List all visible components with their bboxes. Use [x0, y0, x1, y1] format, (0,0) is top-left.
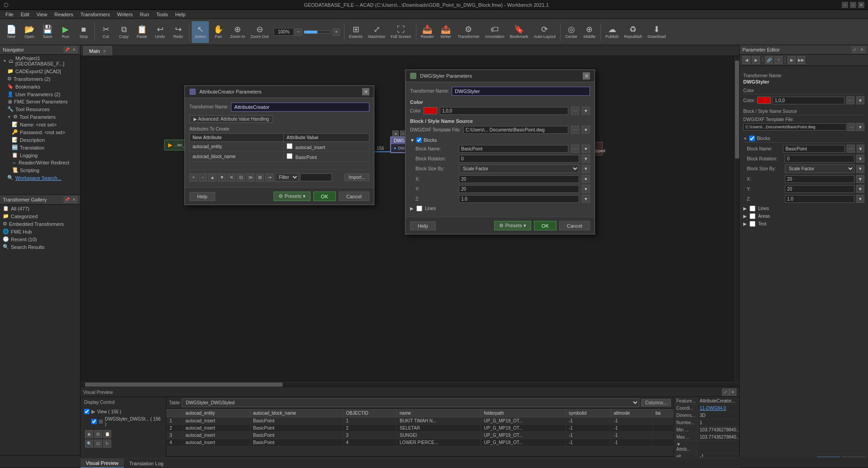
attr-btn7[interactable]: ⊠ [256, 173, 264, 182]
gallery-tree[interactable]: 📋 All (477) 📁 Categorized ⚙ Embedded Tra… [0, 205, 80, 455]
bottom-tab-visual-preview[interactable]: Visual Preview [80, 459, 124, 468]
nav-item-transformers[interactable]: ⚙ Transformers (2) [0, 75, 80, 83]
pe-btn3[interactable]: ▶▶ [797, 56, 805, 64]
pe-color-btn2[interactable]: ▼ [856, 96, 864, 104]
display-control-view[interactable]: ▶ View ( 156 ) [82, 407, 164, 416]
gallery-item-categorized[interactable]: 📁 Categorized [0, 212, 80, 220]
attr-filter-input[interactable] [300, 173, 332, 181]
dwg-color-swatch[interactable] [424, 107, 437, 114]
dwg-help-button[interactable]: Help [410, 221, 436, 230]
pe-btn2[interactable]: ▶ [788, 56, 796, 64]
zoom-minus-button[interactable]: − [295, 28, 302, 36]
pe-lines-section[interactable]: ▶ Lines [743, 205, 864, 212]
attr-ok-button[interactable]: OK [313, 192, 336, 201]
new-button[interactable]: 📄 New [3, 21, 20, 43]
pe-y-btn[interactable]: ▼ [856, 185, 864, 193]
dwg-color-btn1[interactable]: ⋯ [571, 107, 579, 115]
nav-item-project[interactable]: ▼ 🗂 MyProject1 [GEODATABASE_F...] [0, 55, 80, 67]
dwg-template-btn1[interactable]: ⋯ [571, 126, 579, 134]
table-select[interactable]: DWGStyler_DWGStyled [182, 398, 639, 407]
dwg-block-rotation-input[interactable] [459, 155, 579, 163]
annotation-button[interactable]: 🏷 Annotation [483, 21, 507, 43]
dwg-x-btn[interactable]: ▼ [582, 175, 590, 183]
pe-size-btn[interactable]: ▼ [856, 165, 864, 173]
menu-writers[interactable]: Writers [113, 11, 137, 18]
gallery-item-search-results[interactable]: 🔍 Search Results [0, 243, 80, 251]
redo-button[interactable]: ↪ Redo [170, 21, 187, 43]
pe-template-btn1[interactable]: ⋯ [847, 123, 855, 131]
maximize-button[interactable]: □ [850, 2, 856, 8]
dwg-block-name-btn2[interactable]: ▼ [582, 145, 590, 153]
navigator-tree[interactable]: ▼ 🗂 MyProject1 [GEODATABASE_F...] 📁 CADE… [0, 55, 80, 194]
attr-down-button[interactable]: ▼ [218, 173, 226, 182]
copy-button[interactable]: ⧉ Copy [115, 21, 132, 43]
pe-forward-button[interactable]: ▶ [752, 56, 760, 64]
navigator-close-button[interactable]: ✕ [71, 47, 77, 53]
table-row[interactable]: 3 autocad_insert BasicPoint 3 SUNGEI UP_… [167, 432, 674, 439]
gallery-item-hub[interactable]: 🌐 FME Hub [0, 228, 80, 235]
nav-item-user-params[interactable]: 👤 User Parameters (2) [0, 90, 80, 98]
dwg-template-input[interactable] [463, 126, 568, 134]
pe-blocks-section[interactable]: ▼ Blocks [743, 134, 864, 143]
nav-item-name[interactable]: 📝 Name: <not set> [0, 121, 80, 128]
attr-checkbox-1[interactable] [287, 143, 292, 149]
nav-item-logging[interactable]: 📋 Logging [0, 151, 80, 159]
dc-btn3[interactable]: 📋 [103, 430, 111, 438]
pe-lines-expand[interactable]: ▶ [743, 206, 747, 211]
fullscreen-button[interactable]: ⛶ Full Screen [388, 21, 414, 43]
nav-item-translation[interactable]: 🔤 Translation [0, 144, 80, 151]
undo-button[interactable]: ↩ Undo [151, 21, 169, 43]
pe-size-select[interactable]: Scale Factor [785, 164, 854, 173]
table-row[interactable]: 2 autocad_insert BasicPoint 2 SELETAR UP… [167, 425, 674, 432]
attr-filter-select[interactable]: Filter [275, 173, 299, 182]
attr-checkbox-2[interactable] [287, 153, 292, 159]
cut-button[interactable]: ✂ Cut [97, 21, 114, 43]
pe-x-btn[interactable]: ▼ [856, 175, 864, 183]
param-editor-close[interactable]: ✕ [859, 47, 865, 53]
gallery-close-button[interactable]: ✕ [71, 197, 77, 203]
pe-template-input[interactable] [743, 123, 846, 131]
dwg-z-btn[interactable]: ▼ [582, 195, 590, 203]
layer-checkbox[interactable] [91, 419, 97, 424]
attr-advanced-button[interactable]: ▶ Advanced: Attribute Value Handling [189, 115, 273, 123]
attr-minus-button[interactable]: − [199, 173, 207, 182]
nav-item-tool-params[interactable]: ▼ ⚙ Tool Parameters [0, 113, 80, 121]
workspace-search-link[interactable]: Workspace Search... [15, 175, 61, 181]
nav-item-redirect[interactable]: ↔ Reader/Writer Redirect [0, 159, 80, 166]
nav-item-fme-server[interactable]: 🖥 FME Server Parameters [0, 98, 80, 105]
close-button[interactable]: ✕ [858, 2, 864, 8]
writer-button[interactable]: 📤 Writer [437, 21, 454, 43]
pe-z-btn[interactable]: ▼ [856, 195, 864, 203]
menu-run[interactable]: Run [137, 11, 153, 18]
auto-layout-button[interactable]: ⟳ Auto-Layout [531, 21, 558, 43]
attr-import-button[interactable]: Import... [344, 173, 369, 181]
dwg-size-btn[interactable]: ▼ [582, 165, 590, 173]
open-button[interactable]: 📂 Open [21, 21, 38, 43]
attr-transformer-name-input[interactable] [231, 103, 369, 112]
middle-button[interactable]: ⊕ Middle [581, 21, 598, 43]
menu-edit[interactable]: Edit [17, 11, 33, 18]
attr-btn6[interactable]: ≫ [246, 173, 255, 182]
pe-blocks-checkbox[interactable] [749, 136, 755, 141]
minimize-button[interactable]: ─ [842, 2, 848, 8]
dwg-rotation-btn[interactable]: ▼ [582, 154, 590, 163]
stop-button[interactable]: ■ Stop [75, 21, 92, 43]
nav-item-description[interactable]: 📝 Description [0, 136, 80, 144]
gallery-item-all[interactable]: 📋 All (477) [0, 205, 80, 212]
pe-template-btn2[interactable]: ▼ [856, 123, 864, 131]
menu-view[interactable]: View [33, 11, 51, 18]
dwg-y-btn[interactable]: ▼ [582, 185, 590, 193]
pan-button[interactable]: ✋ Pan [210, 21, 227, 43]
dwg-y-input[interactable] [459, 185, 579, 193]
republish-button[interactable]: ♻ Republish [622, 21, 644, 43]
menu-readers[interactable]: Readers [51, 11, 77, 18]
dwg-color-input[interactable] [440, 107, 568, 115]
save-button[interactable]: 💾 Save [39, 21, 56, 43]
dwg-blocks-expand[interactable]: ▼ [410, 138, 415, 143]
publish-button[interactable]: ☁ Publish [603, 21, 621, 43]
attr-btn5[interactable]: ⊟ [237, 173, 245, 182]
attr-up-button[interactable]: ▲ [208, 173, 217, 182]
h-scrollbar[interactable] [80, 382, 739, 387]
pe-block-style-section[interactable]: Block / Style Name Source [743, 107, 864, 115]
attr-presets-button[interactable]: ⚙ Presets ▾ [274, 192, 310, 201]
